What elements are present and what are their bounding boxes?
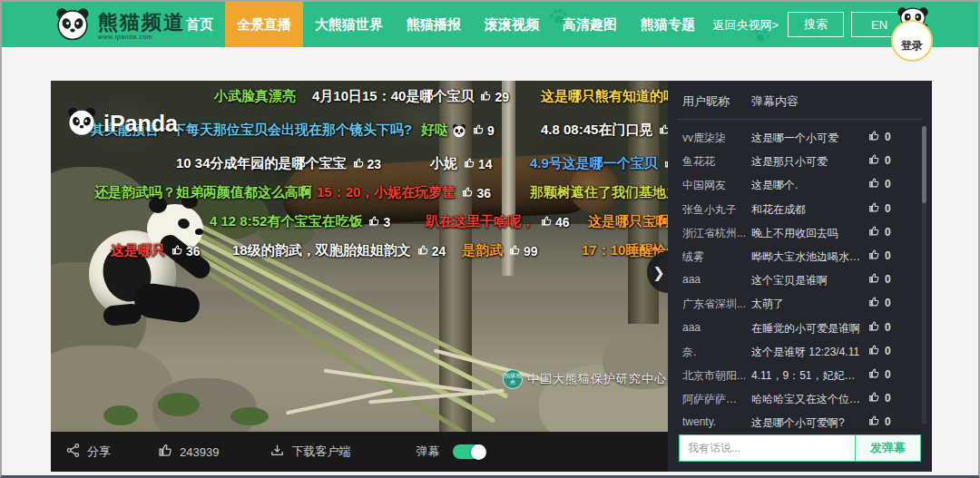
danmaku-input[interactable] <box>680 435 855 461</box>
danmaku-compose-bar: 发弹幕 <box>679 434 921 462</box>
player-control-bar: 分享 243939 下载客户端 弹幕 <box>51 432 668 472</box>
thumbs-up-icon <box>464 157 475 171</box>
brand-title: 熊猫频道 <box>98 12 185 34</box>
thumbs-up-icon <box>868 201 880 216</box>
download-client-button[interactable]: 下载客户端 <box>270 443 350 461</box>
comment-row: aaa在睡觉的小可爱是谁啊0 <box>668 317 932 340</box>
danmaku-text: 4 12 8:52有个宝宝在吃饭 <box>210 213 362 230</box>
watermark-text: 中国大熊猫保护研究中心 <box>527 371 667 387</box>
brand-url: www.ipanda.com <box>98 34 185 40</box>
nav-item-4[interactable]: 滚滚视频 <box>473 2 551 47</box>
danmaku-item: 4.8 08:45在门口晃2 <box>541 122 668 139</box>
comment-like-button[interactable]: 0 <box>868 391 891 405</box>
comment-text: 这个宝贝是谁啊 <box>751 273 864 288</box>
nav-item-1[interactable]: 全景直播 <box>225 2 303 47</box>
browser-frame: 熊猫频道 www.ipanda.com 首页全景直播大熊猫世界熊猫播报滚滚视频高… <box>0 0 980 478</box>
comment-user: 奈. <box>682 345 746 360</box>
send-danmaku-button[interactable]: 发弹幕 <box>855 435 920 461</box>
ipanda-watermark-logo-icon <box>65 104 98 142</box>
comment-row: aaa这个宝贝是谁啊0 <box>668 268 932 292</box>
scrollbar-thumb[interactable] <box>922 126 926 203</box>
thumbs-up-icon <box>172 244 183 259</box>
nav-item-3[interactable]: 熊猫播报 <box>395 2 473 47</box>
comment-like-button[interactable]: 0 <box>868 296 891 310</box>
scene-plant <box>158 393 200 416</box>
danmaku-like-count: 46 <box>541 215 570 229</box>
danmaku-text: 还是韵武吗？姐弟两颜值都这么高啊 <box>94 184 312 201</box>
danmaku-item: 趴在这里干啥呢，46 <box>426 213 570 230</box>
comment-user: aaa <box>682 273 746 286</box>
comment-text: 这是哪一个小可爱 <box>751 131 864 146</box>
nav-item-6[interactable]: 熊猫专题 <box>629 2 707 47</box>
comment-text: 太萌了 <box>751 297 864 312</box>
comment-user: 广东省深圳... <box>682 297 746 312</box>
paw-print-icon <box>546 5 570 32</box>
danmaku-like-count: 24 <box>417 244 446 259</box>
comment-row: 北京市朝阳...4.11，9：51，妃妃宝贝...0 <box>668 364 932 387</box>
danmaku-like-count: 99 <box>509 244 538 259</box>
comment-like-button[interactable]: 0 <box>868 225 891 239</box>
danmaku-like-count: 9 <box>473 123 495 138</box>
comment-like-button[interactable]: 0 <box>868 130 891 144</box>
live-video-frame: iPanda 拍摄地点 中国大熊猫保护研究中心 小武脸真漂亮4月10日15：40… <box>51 81 668 432</box>
danmaku-item: 18级的韵武，双胞胎姐姐韵文24 <box>232 242 446 259</box>
thumbs-up-icon <box>158 443 173 461</box>
comment-like-button[interactable]: 0 <box>868 320 891 335</box>
comment-row: 奈.这个是谁呀 12:23/4.110 <box>668 340 932 364</box>
danmaku-item: 是韵武99 <box>462 242 538 259</box>
danmaku-item: 这是哪只36 <box>111 242 201 259</box>
thumbs-up-icon <box>868 344 880 358</box>
comment-user: 张鱼小丸子 <box>682 202 746 218</box>
comment-like-button[interactable]: 0 <box>868 249 891 263</box>
thumbs-up-icon <box>473 123 485 138</box>
share-button[interactable]: 分享 <box>65 443 111 461</box>
comment-like-button[interactable]: 0 <box>868 344 891 358</box>
top-navbar: 熊猫频道 www.ipanda.com 首页全景直播大熊猫世界熊猫播报滚滚视频高… <box>2 2 978 47</box>
danmaku-like-count: 36 <box>172 244 201 259</box>
danmaku-item: 那颗树遮住了我们基地之 <box>530 184 668 201</box>
search-button[interactable]: 搜索 <box>788 12 844 37</box>
comment-row: vv鹿柒柒这是哪一个小可爱0 <box>668 126 932 150</box>
comment-text: 这是那只小可爱 <box>751 154 864 170</box>
download-icon <box>270 443 285 461</box>
comment-text: 这是哪个小可爱啊? <box>751 415 864 431</box>
divider <box>677 119 923 120</box>
scrollbar[interactable] <box>922 126 926 424</box>
comment-like-button[interactable]: 0 <box>868 201 891 216</box>
danmaku-item: 4.9号这是哪一个宝贝56 <box>530 155 668 172</box>
danmaku-item: 4月10日15：40是哪个宝贝29 <box>312 88 509 105</box>
nav-item-2[interactable]: 大熊猫世界 <box>303 2 395 47</box>
danmaku-text: 4.9号这是哪一个宝贝 <box>530 155 658 172</box>
comment-text: 4.11，9：51，妃妃宝贝... <box>751 368 864 384</box>
column-header-content: 弹幕内容 <box>751 93 799 110</box>
brand-logo[interactable]: 熊猫频道 www.ipanda.com <box>54 5 185 45</box>
login-button[interactable]: 登录 <box>891 11 935 54</box>
comment-like-button[interactable]: 0 <box>868 153 891 168</box>
thumbs-up-icon <box>509 244 521 259</box>
nav-item-0[interactable]: 首页 <box>174 2 225 47</box>
video-player[interactable]: iPanda 拍摄地点 中国大熊猫保护研究中心 小武脸真漂亮4月10日15：40… <box>51 81 668 472</box>
comment-like-button[interactable]: 0 <box>868 177 891 191</box>
thumbs-up-icon <box>417 244 429 259</box>
danmaku-like-count: 36 <box>462 186 491 200</box>
like-button[interactable]: 243939 <box>158 443 219 461</box>
comment-like-button[interactable]: 0 <box>868 367 891 382</box>
scene-plant <box>103 405 138 425</box>
back-to-cctv-link[interactable]: 返回央视网> <box>712 17 779 34</box>
danmaku-item: 还是韵武吗？姐弟两颜值都这么高啊 <box>94 184 312 201</box>
comment-user: 绒雾 <box>682 249 746 265</box>
comment-list: vv鹿柒柒这是哪一个小可爱0鱼花花这是那只小可爱0中国网友这是哪个.0张鱼小丸子… <box>668 126 932 434</box>
comment-user: 鱼花花 <box>682 154 746 170</box>
danmu-toggle[interactable] <box>453 444 485 459</box>
like-count: 243939 <box>180 445 219 459</box>
thumbs-up-icon <box>868 272 880 287</box>
panda-logo-icon <box>54 5 91 45</box>
comment-like-button[interactable]: 0 <box>868 272 891 287</box>
danmaku-like-count: 3 <box>368 215 390 229</box>
danmaku-item: 小妮14 <box>430 155 493 172</box>
main-nav: 首页全景直播大熊猫世界熊猫播报滚滚视频高清趣图熊猫专题 <box>174 2 707 47</box>
thumbs-up-icon <box>868 320 880 335</box>
comment-user: 中国网友 <box>682 178 746 193</box>
comment-user: twenty. <box>682 415 746 428</box>
comment-like-button[interactable]: 0 <box>868 415 891 429</box>
